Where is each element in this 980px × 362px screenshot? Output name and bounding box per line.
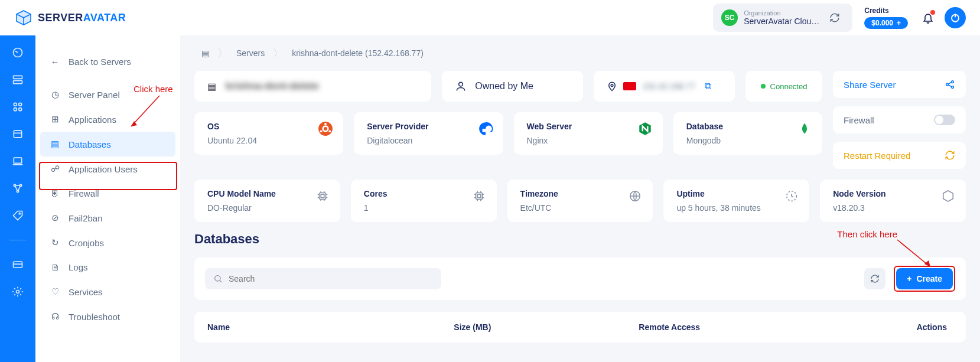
credits-block: Credits $0.000 + [864,6,908,29]
credits-pill[interactable]: $0.000 + [864,17,908,29]
power-button[interactable] [945,7,966,28]
credits-label: Credits [864,6,908,15]
org-avatar: SC [721,9,738,26]
credits-value: $0.000 [871,19,893,27]
notifications-button[interactable] [919,8,937,27]
brand-logo[interactable]: SERVERAVATAR [14,8,126,27]
refresh-icon[interactable] [825,8,844,27]
brand-part2: AVATAR [83,12,126,24]
org-name: ServerAvatar Clou… [744,17,819,26]
brand-part1: SERVER [38,12,83,24]
org-label: Organization [744,9,819,17]
topbar: SERVERAVATAR SC Organization ServerAvata… [0,0,980,35]
server-cube-icon [14,8,33,27]
notification-dot-icon [930,10,935,15]
organization-switcher[interactable]: SC Organization ServerAvatar Clou… [713,4,852,32]
plus-icon: + [897,19,901,27]
